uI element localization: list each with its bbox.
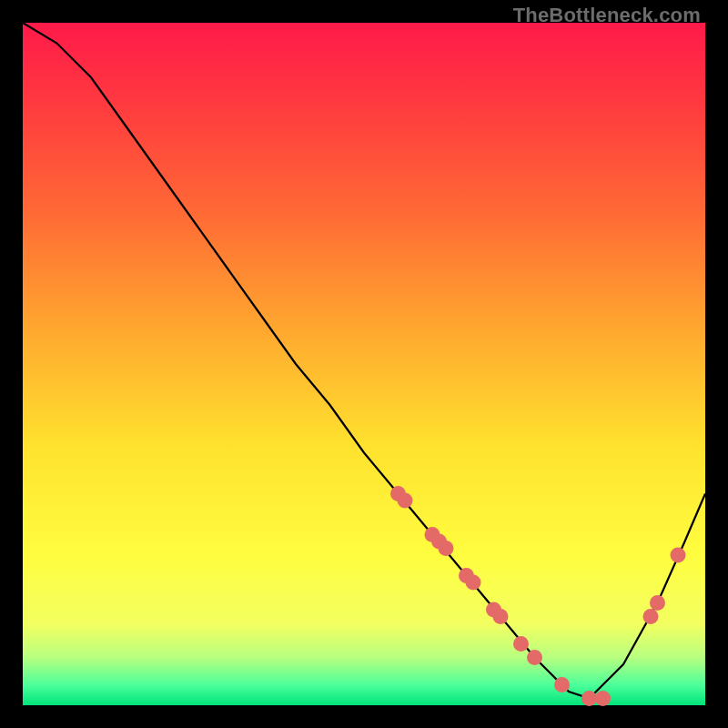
highlighted-points-group [390,486,686,706]
data-point [439,541,454,556]
data-point [643,609,659,624]
data-point [581,691,597,706]
data-point [398,493,413,509]
data-point [466,575,481,591]
data-point [527,650,542,665]
data-point [493,609,509,624]
data-point [650,595,665,611]
data-point [513,636,529,652]
bottleneck-curve [23,23,705,699]
data-point [595,691,611,706]
data-point [671,548,686,563]
chart-svg [23,23,705,705]
data-point [554,677,570,693]
